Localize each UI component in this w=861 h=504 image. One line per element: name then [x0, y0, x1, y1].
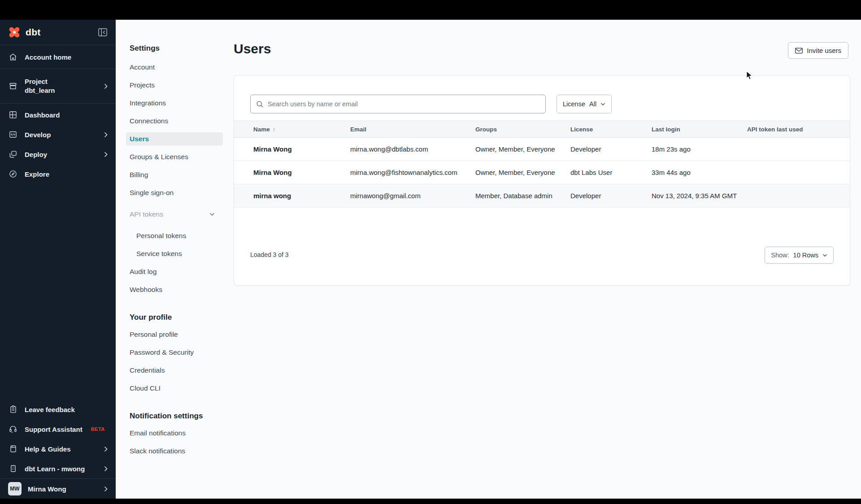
chevron-down-icon: [600, 103, 605, 106]
dbt-logo-icon: [7, 26, 22, 39]
cell-name: Mirna Wong: [253, 169, 350, 176]
settings-nav-item-single-sign-on[interactable]: Single sign-on: [130, 184, 223, 202]
column-header-last-login[interactable]: Last login: [652, 126, 747, 133]
settings-nav-item-slack-notifications[interactable]: Slack notifications: [130, 442, 223, 460]
settings-nav-item-account[interactable]: Account: [130, 58, 223, 76]
book-icon: [8, 444, 18, 453]
settings-nav-item-service-tokens[interactable]: Service tokens: [136, 245, 230, 263]
sidebar-item-label: Develop: [25, 131, 51, 139]
table-controls: License All: [250, 95, 612, 113]
show-value: 10 Rows: [793, 252, 818, 259]
invite-users-button[interactable]: Invite users: [788, 42, 848, 59]
envelope-icon: [795, 48, 803, 54]
your-profile-heading: Your profile: [130, 311, 234, 324]
notification-settings-heading: Notification settings: [130, 410, 234, 422]
table-row[interactable]: mirna wong mirnawong@gmail.com Member, D…: [234, 184, 850, 208]
settings-nav-item-personal-tokens[interactable]: Personal tokens: [136, 227, 230, 245]
sidebar-item-label: Leave feedback: [25, 406, 75, 413]
sidebar-item-label: Help & Guides: [25, 445, 71, 453]
column-header-email[interactable]: Email: [350, 126, 475, 133]
sidebar-item-label: Explore: [25, 170, 49, 178]
chevron-down-icon: [209, 213, 215, 216]
sort-ascending-icon[interactable]: ↑: [273, 126, 276, 133]
column-header-groups[interactable]: Groups: [475, 126, 570, 133]
chevron-right-icon: [104, 132, 108, 138]
sidebar-user-menu[interactable]: MW Mirna Wong: [0, 479, 116, 499]
settings-nav-item-personal-profile[interactable]: Personal profile: [130, 326, 223, 343]
compass-icon: [8, 169, 18, 178]
clipboard-icon: [8, 405, 18, 414]
cell-license: Developer: [570, 145, 652, 153]
cell-license: Developer: [570, 192, 652, 200]
sidebar-item-label: Dashboard: [25, 111, 60, 119]
settings-nav-item-projects[interactable]: Projects: [130, 76, 223, 94]
brand-name: dbt: [26, 27, 41, 38]
settings-nav-item-cloud-cli[interactable]: Cloud CLI: [130, 379, 223, 397]
sidebar-item-support-assistant[interactable]: Support Assistant BETA: [0, 419, 116, 439]
cell-name: mirna wong: [253, 192, 350, 200]
collapse-sidebar-icon[interactable]: [97, 27, 109, 37]
settings-nav-item-integrations[interactable]: Integrations: [130, 94, 223, 112]
search-input[interactable]: [268, 100, 540, 108]
settings-nav-item-password-security[interactable]: Password & Security: [130, 343, 223, 361]
cell-email: mirna.wong@dbtlabs.com: [350, 145, 475, 153]
column-header-license[interactable]: License: [570, 126, 652, 133]
sidebar-item-develop[interactable]: Develop: [0, 125, 116, 144]
chevron-right-icon: [104, 83, 108, 89]
sidebar-item-help-guides[interactable]: Help & Guides: [0, 439, 116, 459]
users-table: Name ↑ Email Groups License Last login A…: [234, 121, 850, 208]
license-filter-dropdown[interactable]: License All: [557, 95, 612, 113]
sidebar-item-label: Project: [25, 77, 55, 86]
page-title: Users: [234, 41, 271, 56]
invite-users-label: Invite users: [807, 47, 841, 54]
sidebar-footer: Leave feedback Support Assistant BETA He…: [0, 400, 116, 499]
sidebar-item-project[interactable]: Project dbt_learn: [0, 69, 116, 103]
settings-nav-item-groups-licenses[interactable]: Groups & Licenses: [130, 148, 223, 166]
settings-nav-item-billing[interactable]: Billing: [130, 166, 223, 184]
show-label: Show:: [771, 252, 789, 259]
sidebar-item-deploy[interactable]: Deploy: [0, 144, 116, 164]
beta-badge: BETA: [91, 426, 105, 432]
column-header-name[interactable]: Name ↑: [253, 126, 350, 133]
sidebar-item-account-home[interactable]: Account home: [0, 45, 116, 69]
chevron-right-icon: [104, 486, 108, 492]
settings-nav-item-connections[interactable]: Connections: [130, 112, 223, 130]
settings-nav-item-api-tokens[interactable]: API tokens: [130, 205, 215, 223]
table-row[interactable]: Mirna Wong mirna.wong@fishtownanalytics.…: [234, 161, 850, 184]
sidebar-item-leave-feedback[interactable]: Leave feedback: [0, 400, 116, 419]
cell-groups: Member, Database admin: [475, 192, 570, 200]
settings-nav-item-audit-log[interactable]: Audit log: [130, 263, 223, 281]
chevron-down-icon: [822, 254, 827, 257]
cell-license: dbt Labs User: [570, 169, 652, 176]
cell-groups: Owner, Member, Everyone: [475, 145, 570, 153]
home-icon: [8, 52, 18, 61]
cell-email: mirna.wong@fishtownanalytics.com: [350, 169, 475, 176]
sidebar-item-sublabel: dbt_learn: [25, 86, 55, 95]
table-row[interactable]: Mirna Wong mirna.wong@dbtlabs.com Owner,…: [234, 138, 850, 161]
sidebar: dbt Account home Project dbt_learn: [0, 20, 116, 499]
chevron-right-icon: [104, 152, 108, 157]
cell-last-login: 33m 44s ago: [652, 169, 747, 176]
headset-icon: [8, 425, 18, 434]
license-filter-label: License: [563, 100, 585, 108]
cell-groups: Owner, Member, Everyone: [475, 169, 570, 176]
sidebar-item-label: Support Assistant: [25, 426, 83, 433]
show-rows-dropdown[interactable]: Show: 10 Rows: [765, 247, 834, 264]
sidebar-item-dbt-learn[interactable]: dbt Learn - mwong: [0, 459, 116, 478]
chevron-right-icon: [104, 446, 108, 452]
sidebar-item-label: dbt Learn - mwong: [25, 465, 85, 473]
settings-nav: Settings Account Projects Integrations C…: [116, 20, 234, 460]
search-box: [250, 95, 546, 113]
settings-heading: Settings: [130, 42, 234, 55]
column-header-api-token[interactable]: API token last used: [747, 126, 850, 133]
sidebar-item-explore[interactable]: Explore: [0, 164, 116, 184]
top-bar: [0, 0, 861, 20]
settings-nav-item-email-notifications[interactable]: Email notifications: [130, 424, 223, 442]
settings-nav-item-webhooks[interactable]: Webhooks: [130, 281, 223, 299]
sidebar-header: dbt: [0, 20, 116, 45]
settings-nav-item-credentials[interactable]: Credentials: [130, 361, 223, 379]
cell-name: Mirna Wong: [253, 145, 350, 153]
sidebar-item-dashboard[interactable]: Dashboard: [0, 105, 116, 125]
dbt-logo[interactable]: dbt: [7, 26, 97, 39]
settings-nav-item-users[interactable]: Users: [126, 132, 223, 146]
